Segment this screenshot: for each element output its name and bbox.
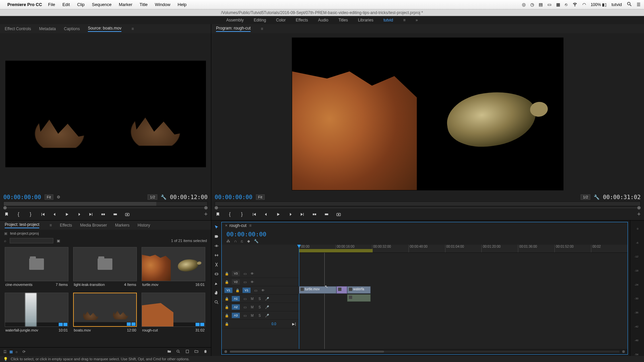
tab-program[interactable]: Program: rough-cut — [216, 26, 251, 32]
filter-bin-icon[interactable]: ▣ — [57, 239, 60, 243]
prg-marker-icon[interactable] — [215, 211, 221, 217]
project-tab-menu-icon[interactable]: ≡ — [49, 223, 52, 228]
lock-icon[interactable]: 🔒 — [224, 272, 229, 276]
timeline-hscroll[interactable] — [222, 349, 628, 354]
lock-icon[interactable]: 🔒 — [235, 289, 240, 292]
tl-marker-icon[interactable]: ◆ — [247, 239, 250, 243]
menu-edit[interactable]: Edit — [62, 2, 70, 7]
bin-item[interactable]: cine-movements7 Items — [5, 247, 68, 288]
program-res-select[interactable]: 1/2 — [581, 194, 590, 200]
program-wrench-icon[interactable]: 🔧 — [594, 194, 599, 200]
user-name[interactable]: tutvid — [611, 2, 622, 7]
src-goto-in-icon[interactable] — [40, 211, 46, 217]
volume-icon[interactable]: ◠ — [582, 2, 586, 7]
bin-thumb[interactable] — [73, 293, 137, 327]
track-v3[interactable]: 🔒V3▭👁 — [222, 269, 299, 278]
freeform-view-icon[interactable]: ○ — [15, 350, 18, 354]
pen-tool-icon[interactable] — [213, 280, 219, 286]
screen-icon[interactable]: ▭ — [547, 2, 551, 7]
hand-tool-icon[interactable] — [213, 290, 219, 296]
ws-assembly[interactable]: Assembly — [226, 18, 244, 22]
program-video-frame[interactable] — [292, 38, 564, 190]
razor-tool-icon[interactable] — [213, 261, 219, 267]
bin-item[interactable]: light-leak-transition4 Items — [73, 247, 137, 288]
track-master[interactable]: 🔒0.0▶| — [222, 320, 299, 328]
src-insert-icon[interactable] — [100, 211, 106, 217]
src-step-fwd-icon[interactable] — [76, 211, 82, 217]
tab-captions[interactable]: Captions — [64, 26, 80, 31]
rate-stretch-tool-icon[interactable] — [213, 252, 219, 258]
project-filename[interactable]: test-project.prproj — [10, 231, 39, 235]
timeline-ruler[interactable]: :00:0000:00:16:0000:00:32:0000:00:48:000… — [299, 245, 628, 253]
tab-source[interactable]: Source: boats.mov — [88, 26, 121, 32]
track-a1[interactable]: 🔒A1▭MS🎤 — [222, 295, 299, 303]
ws-overflow-icon[interactable]: » — [416, 18, 418, 22]
src-patch-v1[interactable]: V1 — [224, 288, 232, 293]
bin-thumb[interactable] — [142, 293, 205, 327]
track-a3[interactable]: 🔒A3▭MS🎤 — [222, 311, 299, 320]
program-panel-menu-icon[interactable]: ≡ — [261, 26, 263, 31]
zoom-slider[interactable]: ⟳ — [22, 350, 25, 354]
new-item-icon[interactable] — [185, 349, 190, 354]
tab-media-browser[interactable]: Media Browser — [80, 223, 107, 228]
tl-settings-icon[interactable]: 🔧 — [254, 239, 259, 243]
app-name[interactable]: Premiere Pro CC — [7, 2, 42, 7]
src-marker-icon[interactable] — [3, 211, 9, 217]
new-folder-icon[interactable] — [194, 349, 199, 354]
bin-item[interactable]: waterfall-jungle.mov10:01 — [5, 293, 68, 334]
ws-tutvid[interactable]: tutvid — [383, 18, 393, 22]
ws-editing[interactable]: Editing — [254, 18, 266, 22]
cc-sync-icon[interactable]: ◎ — [522, 2, 526, 7]
src-overwrite-icon[interactable] — [112, 211, 118, 217]
selection-tool-icon[interactable] — [213, 224, 219, 230]
bin-item[interactable]: boats.mov12:00 — [73, 293, 137, 334]
tl-link-icon[interactable]: ⎌ — [241, 239, 243, 243]
spotlight-icon[interactable] — [627, 1, 632, 8]
track-v1[interactable]: V1🔒V1▭👁 — [222, 286, 299, 295]
tab-markers[interactable]: Markers — [115, 223, 129, 228]
track-v2[interactable]: 🔒V2▭👁 — [222, 278, 299, 286]
prg-extract-icon[interactable] — [323, 211, 329, 217]
breadcrumb-folder-icon[interactable]: ▣ — [4, 231, 7, 236]
zoom-tool-icon[interactable] — [213, 299, 219, 305]
prg-play-icon[interactable] — [275, 211, 281, 217]
menu-title[interactable]: Title — [140, 2, 148, 7]
track-select-tool-icon[interactable] — [213, 233, 219, 239]
prg-add-button-icon[interactable]: + — [637, 211, 641, 218]
source-fit-select[interactable]: Fit — [45, 194, 53, 200]
slip-tool-icon[interactable] — [213, 271, 219, 277]
source-wrench-icon[interactable]: 🔧 — [161, 194, 166, 200]
find-icon[interactable] — [176, 349, 180, 354]
timeline-clip[interactable]: turtle.mov — [299, 286, 336, 294]
menu-sequence[interactable]: Sequence — [92, 2, 112, 7]
timeline-menu-icon[interactable]: ≡ — [249, 223, 252, 228]
program-tc-in[interactable]: 00:00:00:00 — [215, 194, 253, 200]
prg-out-icon[interactable]: } — [239, 211, 245, 217]
bin-item[interactable]: rough-cut31:02 — [142, 293, 205, 334]
tab-effects[interactable]: Effects — [60, 223, 72, 228]
timeline-clip[interactable] — [347, 294, 371, 302]
source-settings-icon[interactable]: ⚙ — [57, 195, 60, 199]
playhead[interactable] — [299, 245, 299, 349]
ws-color[interactable]: Color — [276, 18, 286, 22]
prg-export-frame-icon[interactable] — [335, 211, 341, 217]
prg-lift-icon[interactable] — [311, 211, 317, 217]
bin-thumb[interactable] — [5, 293, 68, 327]
prg-step-fwd-icon[interactable] — [287, 211, 293, 217]
bin-thumb[interactable] — [5, 247, 68, 281]
src-in-icon[interactable]: { — [15, 211, 21, 217]
ws-menu-icon[interactable]: ≡ — [403, 18, 406, 22]
sequence-name[interactable]: rough-cut — [229, 223, 247, 228]
tab-effect-controls[interactable]: Effect Controls — [5, 26, 31, 31]
track-a2[interactable]: 🔒A2▭MS🎤 — [222, 303, 299, 311]
clock-icon[interactable]: ◷ — [530, 2, 534, 7]
prg-goto-out-icon[interactable] — [299, 211, 305, 217]
source-ruler[interactable] — [3, 201, 208, 206]
menu-marker[interactable]: Marker — [119, 2, 132, 7]
menu-clip[interactable]: Clip — [77, 2, 85, 7]
source-video-frame[interactable] — [5, 61, 206, 167]
menu-file[interactable]: File — [48, 2, 55, 7]
tl-snap-icon[interactable]: ⁂ — [226, 239, 230, 243]
lock-icon[interactable]: 🔒 — [224, 280, 229, 284]
source-scrub[interactable] — [3, 206, 208, 209]
